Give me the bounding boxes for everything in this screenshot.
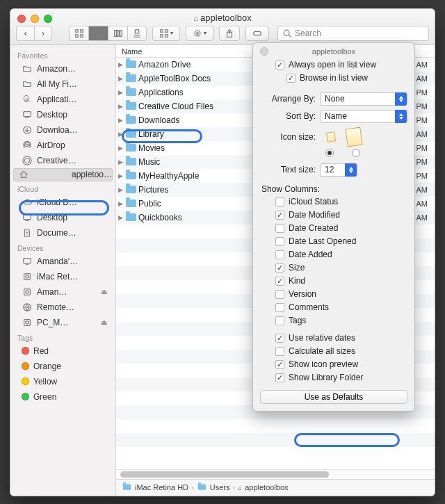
eject-icon[interactable]: ⏏ (101, 318, 107, 326)
column-checkbox[interactable]: Date Added (260, 248, 407, 261)
path-segment[interactable]: appletoolbox (245, 483, 288, 491)
disclosure-triangle-icon[interactable]: ▶ (116, 158, 124, 165)
icon-size-large-radio[interactable] (352, 149, 360, 157)
column-checkbox[interactable]: Version (260, 288, 407, 301)
svg-rect-8 (117, 30, 119, 36)
sidebar-item[interactable]: Downloa… (13, 122, 113, 138)
svg-rect-3 (80, 34, 83, 37)
sort-by-select[interactable]: Name (320, 110, 407, 123)
arrange-by-select[interactable]: None (320, 92, 407, 106)
disclosure-triangle-icon[interactable]: ▶ (116, 145, 124, 152)
sidebar-item[interactable]: Aman…⏏ (13, 284, 113, 300)
disclosure-triangle-icon[interactable]: ▶ (116, 186, 124, 193)
column-checkbox[interactable]: Date Created (260, 222, 407, 235)
sidebar-item[interactable]: Docume… (13, 225, 113, 241)
sidebar-item[interactable]: Red (13, 343, 113, 359)
sidebar-item[interactable]: iMac Ret… (13, 269, 113, 284)
app-icon: A (22, 94, 33, 105)
path-segment[interactable]: Users (210, 483, 230, 491)
svg-point-17 (195, 31, 200, 36)
view-options-popover: appletoolbox Always open in list view Br… (252, 42, 415, 412)
back-button[interactable]: ‹ (16, 26, 34, 41)
disclosure-triangle-icon[interactable]: ▶ (116, 214, 124, 221)
option-checkbox[interactable]: Use relative dates (260, 332, 407, 345)
sidebar-item[interactable]: All My Fi… (13, 76, 113, 92)
sidebar-item[interactable]: Yellow (13, 374, 113, 389)
column-checkbox[interactable]: iCloud Status (260, 195, 407, 209)
file-row[interactable] (116, 419, 435, 433)
svg-rect-40 (24, 288, 31, 295)
column-checkbox[interactable]: Date Last Opened (260, 235, 407, 248)
disclosure-triangle-icon[interactable]: ▶ (116, 200, 124, 207)
sidebar-item[interactable]: AApplicati… (13, 92, 113, 107)
icon-view[interactable] (69, 26, 88, 41)
close-icon[interactable] (260, 47, 268, 56)
column-checkbox[interactable]: Kind (260, 275, 407, 288)
option-checkbox[interactable]: Show icon preview (260, 358, 407, 371)
folder-icon (124, 170, 137, 182)
svg-point-39 (26, 275, 29, 277)
option-checkbox[interactable]: Show Library Folder (260, 371, 407, 384)
forward-button[interactable]: › (34, 26, 52, 41)
sidebar-item[interactable]: Amazon… (13, 61, 113, 76)
sidebar-section-header: Favorites (10, 48, 115, 61)
column-view[interactable] (108, 26, 127, 41)
column-checkbox[interactable]: Size (260, 261, 407, 275)
coverflow-view[interactable] (127, 26, 147, 41)
disclosure-triangle-icon[interactable]: ▶ (116, 172, 124, 179)
window-title: ⌂appletoolbox (10, 13, 435, 23)
disclosure-triangle-icon[interactable]: ▶ (116, 103, 124, 110)
folder-icon (124, 72, 137, 85)
sidebar-item[interactable]: Remote… (13, 300, 113, 315)
sidebar-item[interactable]: Desktop (13, 210, 113, 225)
disclosure-triangle-icon[interactable]: ▶ (116, 75, 124, 82)
list-view[interactable] (88, 26, 108, 41)
sidebar[interactable]: FavoritesAmazon…All My Fi…AApplicati…Des… (10, 45, 116, 496)
airdrop-icon (22, 140, 33, 151)
edit-tags-button[interactable] (245, 26, 269, 41)
search-field[interactable]: Search (277, 26, 429, 41)
svg-point-18 (197, 32, 199, 34)
path-bar[interactable]: iMac Retina HD›Users›⌂appletoolbox (116, 479, 435, 496)
icon-size-small-radio[interactable] (325, 149, 334, 157)
sidebar-item[interactable]: iCloud D… (13, 195, 113, 210)
column-checkbox[interactable]: Date Modified (260, 209, 407, 222)
svg-rect-25 (24, 111, 31, 116)
always-open-list-checkbox[interactable]: Always open in list view (260, 58, 407, 72)
disclosure-triangle-icon[interactable]: ▶ (116, 117, 124, 124)
option-checkbox[interactable]: Calculate all sizes (260, 345, 407, 358)
svg-rect-14 (165, 29, 168, 32)
titlebar: ⌂appletoolbox ‹ › ▾ ▾ Search (10, 9, 435, 45)
horizontal-scrollbar[interactable] (116, 469, 435, 479)
share-button[interactable] (219, 26, 240, 41)
sidebar-item[interactable]: PC_M…⏏ (13, 315, 113, 330)
path-segment[interactable]: iMac Retina HD (135, 483, 188, 491)
sidebar-item[interactable]: AirDrop (13, 138, 113, 153)
sidebar-item[interactable]: Amanda'… (13, 254, 113, 269)
toolbar: ‹ › ▾ ▾ Search (16, 25, 429, 42)
name-column-header[interactable]: Name (116, 45, 255, 57)
eject-icon[interactable]: ⏏ (101, 288, 107, 295)
sidebar-item[interactable]: Desktop (13, 107, 113, 122)
browse-list-checkbox[interactable]: Browse in list view (260, 72, 407, 85)
svg-rect-36 (24, 258, 31, 263)
svg-rect-38 (24, 273, 31, 279)
disclosure-triangle-icon[interactable]: ▶ (116, 131, 124, 138)
group-by-button[interactable]: ▾ (152, 26, 180, 41)
sidebar-item[interactable]: Creative… (13, 153, 113, 168)
column-checkbox[interactable]: Tags (260, 314, 407, 327)
svg-rect-16 (165, 34, 168, 37)
sidebar-item[interactable]: Orange (13, 359, 113, 374)
show-columns-label: Show Columns: (260, 183, 407, 195)
sidebar-item[interactable]: Green (13, 389, 113, 405)
column-checkbox[interactable]: Comments (260, 301, 407, 314)
use-as-defaults-button[interactable]: Use as Defaults (260, 390, 407, 404)
sidebar-section-header: Devices (10, 241, 115, 254)
action-button[interactable]: ▾ (186, 26, 213, 41)
file-row[interactable] (116, 433, 435, 447)
text-size-select[interactable]: 12 (320, 163, 357, 177)
disclosure-triangle-icon[interactable]: ▶ (116, 89, 124, 96)
disclosure-triangle-icon[interactable]: ▶ (116, 61, 124, 68)
sidebar-item[interactable]: appletoo… (13, 168, 113, 181)
svg-point-31 (25, 158, 30, 163)
